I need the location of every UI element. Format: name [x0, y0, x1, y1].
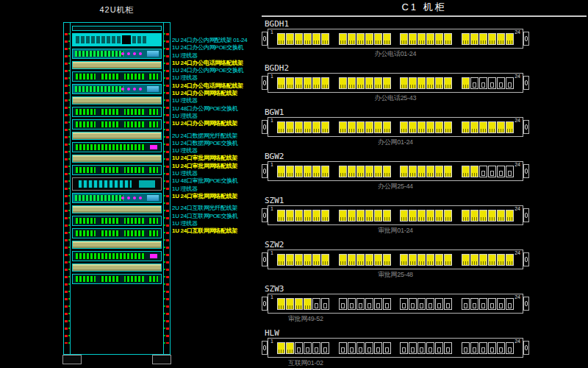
port-group: [277, 254, 329, 266]
equipment-label: 1U 48口办公网POE交换机: [172, 105, 262, 113]
rj45-port-used: [321, 33, 329, 45]
port-group: [277, 121, 329, 133]
mounting-ear-right: [523, 341, 529, 355]
rj45-port-free: [488, 77, 496, 89]
rj45-port-free: [339, 298, 347, 310]
rack-module-manager: [72, 241, 162, 249]
rj45-port-free: [409, 298, 417, 310]
mounting-ear-right: [523, 76, 529, 90]
rj45-port-used: [304, 77, 312, 89]
rj45-port-used: [356, 254, 365, 266]
rj45-port-used: [506, 254, 514, 266]
port-group: [462, 33, 514, 45]
patch-panel: 124: [262, 294, 529, 314]
rj45-port-used: [417, 121, 426, 133]
rj45-port-used: [479, 121, 487, 133]
patch-panel-caption: 审批网49-52: [262, 314, 529, 324]
patch-panel-body: 124: [268, 117, 523, 137]
rj45-port-used: [304, 210, 312, 222]
patch-panel-block: BGDH1124办公电话01-24: [262, 19, 587, 59]
patch-panel-caption: 互联网01-02: [262, 358, 529, 368]
rj45-port-used: [435, 33, 443, 45]
rj45-port-used: [470, 33, 478, 45]
rack-module-switch: [72, 84, 162, 94]
rj45-port-free: [409, 342, 417, 354]
port-group: [339, 210, 391, 222]
rj45-port-free: [488, 342, 496, 354]
rj45-port-used: [277, 77, 285, 89]
rj45-port-used: [321, 121, 329, 133]
rack-module-manager: [72, 155, 162, 163]
cage-nut-rail-right: [164, 33, 165, 344]
cabinet-c1-title: C1 机柜: [262, 0, 587, 17]
port-number-first: 1: [270, 74, 273, 79]
patch-panel: 124: [262, 117, 529, 137]
equipment-label: 1U 48口审批网POE交换机: [172, 177, 262, 185]
rj45-port-used: [339, 210, 347, 222]
mounting-ear-left: [262, 341, 268, 355]
port-group: [339, 166, 391, 177]
rj45-port-used: [295, 33, 303, 45]
rj45-port-free: [348, 342, 356, 354]
rj45-port-used: [426, 254, 434, 266]
rj45-port-used: [304, 254, 312, 266]
port-group: [462, 77, 514, 89]
rj45-port-used: [383, 33, 391, 45]
mounting-ear-left: [262, 208, 268, 222]
port-group: [400, 298, 452, 310]
patch-panel: 124: [262, 29, 529, 49]
rj45-port-used: [286, 33, 294, 45]
rj45-port-used: [383, 254, 391, 266]
port-group: [339, 77, 391, 89]
equipment-label: 1U 理线器: [172, 97, 262, 105]
rj45-port-used: [462, 33, 470, 45]
port-group: [400, 33, 452, 45]
rj45-port-free: [383, 298, 391, 310]
patch-panel-block: SZW2124审批网25-48: [262, 240, 587, 280]
rj45-port-free: [374, 298, 382, 310]
port-group: [277, 77, 329, 89]
rj45-port-used: [312, 210, 320, 222]
port-number-last: 24: [514, 74, 520, 79]
patch-panel-list: BGDH1124办公电话01-24BGDH2124办公电话25-43BGW112…: [262, 17, 587, 368]
rj45-port-used: [426, 77, 434, 89]
port-number-first: 1: [270, 162, 273, 167]
rj45-port-used: [365, 210, 373, 222]
rj45-port-used: [348, 33, 356, 45]
equipment-label: 1U 理线器: [172, 185, 262, 193]
patch-panel-caption: 办公电话25-43: [262, 93, 529, 103]
rj45-port-used: [374, 33, 382, 45]
rj45-port-used: [488, 254, 496, 266]
rj45-port-used: [312, 77, 320, 89]
mounting-ear-right: [523, 208, 529, 222]
rj45-port-free: [506, 77, 514, 89]
rj45-port-used: [286, 298, 294, 310]
equipment-label: 1U 24口审批网网络配线架: [172, 155, 262, 162]
rj45-port-free: [400, 298, 408, 310]
rj45-port-used: [374, 210, 382, 222]
rj45-port-free: [497, 77, 505, 89]
patch-panel: 124: [262, 338, 529, 358]
patch-panel-block: BGDH2124办公电话25-43: [262, 63, 587, 103]
equipment-label: 2U 24口互联网光纤配线架: [172, 205, 262, 212]
port-group: [277, 210, 329, 222]
patch-panel-block: SZW3124审批网49-52: [262, 284, 587, 324]
rj45-port-free: [435, 298, 443, 310]
patch-panel-caption: 办公网01-24: [262, 138, 529, 147]
patch-panel-block: BGW2124办公网25-44: [262, 152, 587, 191]
rack-module-switch: [72, 193, 162, 203]
rj45-port-used: [409, 33, 417, 45]
rj45-port-used: [426, 121, 434, 133]
port-number-first: 1: [270, 250, 273, 255]
rj45-port-used: [470, 166, 478, 177]
rack-elevation: 42U机柜: [62, 4, 172, 367]
rj45-port-used: [444, 77, 452, 89]
rj45-port-used: [417, 210, 426, 222]
port-number-last: 24: [514, 206, 520, 211]
rj45-port-free: [462, 298, 470, 310]
rj45-port-used: [339, 166, 347, 177]
rj45-port-used: [444, 166, 452, 177]
patch-panel-block: BGW1124办公网01-24: [262, 107, 587, 147]
patch-panel-caption: 审批网25-48: [262, 270, 529, 280]
port-number-last: 24: [514, 250, 520, 255]
